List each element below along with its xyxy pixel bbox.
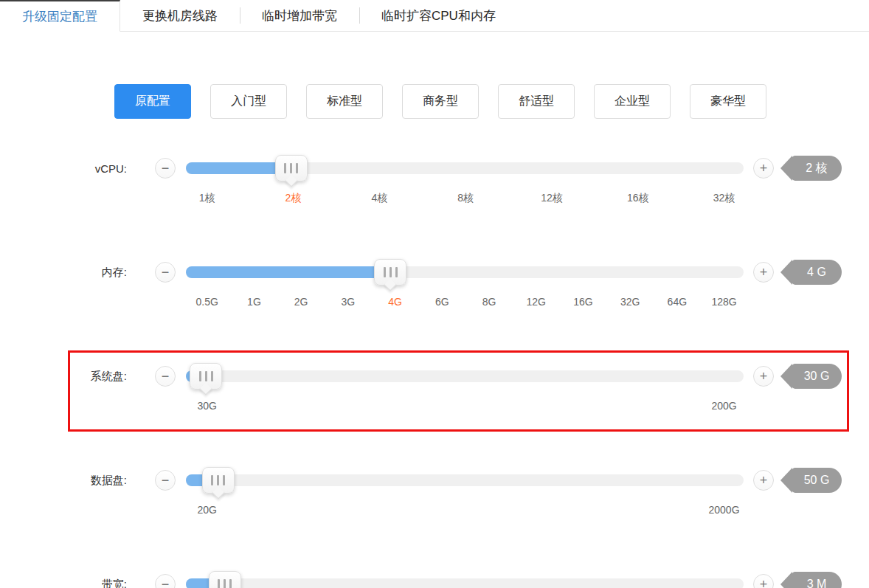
slider-row-system-disk: 系统盘: − 30G200G + 30 G	[0, 350, 869, 454]
slider-track[interactable]	[186, 370, 744, 382]
slider-row-memory: 内存: − 0.5G1G2G3G4G6G8G12G16G32G64G128G +…	[0, 246, 869, 350]
vcpu-value-badge: 2 核	[792, 156, 842, 181]
tick-label: 0.5G	[196, 296, 218, 308]
system-disk-increase-button[interactable]: +	[753, 366, 774, 387]
slider-row-vcpu: vCPU: − 1核2核4核8核12核16核32核 + 2 核	[0, 142, 869, 246]
tick-label: 20G	[197, 504, 216, 516]
preset-original-config[interactable]: 原配置	[114, 84, 191, 119]
data-disk-slider: 20G2000G	[186, 474, 744, 486]
preset-luxury[interactable]: 豪华型	[690, 84, 766, 119]
bandwidth-value-badge: 3 M	[792, 572, 842, 588]
bandwidth-decrease-button[interactable]: −	[155, 574, 176, 588]
slider-handle[interactable]	[275, 155, 308, 181]
slider-rows: vCPU: − 1核2核4核8核12核16核32核 + 2 核 内存: −	[0, 142, 869, 588]
tick-label: 2G	[294, 296, 308, 308]
slider-handle[interactable]	[374, 259, 406, 286]
tick-labels: 20G2000G	[186, 504, 744, 517]
tick-label: 8G	[482, 296, 496, 308]
preset-entry[interactable]: 入门型	[210, 84, 287, 119]
tick-label: 2000G	[709, 504, 740, 516]
preset-business[interactable]: 商务型	[402, 84, 479, 119]
vcpu-increase-button[interactable]: +	[753, 158, 774, 179]
tick-label: 30G	[197, 400, 216, 412]
slider-fill	[186, 266, 390, 278]
slider-handle[interactable]	[202, 467, 235, 494]
tick-label: 16核	[627, 192, 649, 205]
system-disk-slider: 30G200G	[186, 370, 744, 382]
tick-labels: 1核2核4核8核12核16核32核	[186, 192, 744, 205]
data-disk-decrease-button[interactable]: −	[155, 470, 176, 491]
vcpu-slider: 1核2核4核8核12核16核32核	[186, 162, 744, 174]
tick-label: 16G	[573, 296, 592, 308]
slider-row-bandwidth: 带宽: − 1M50M + 3 M	[0, 558, 869, 588]
bandwidth-increase-button[interactable]: +	[753, 574, 774, 588]
memory-value-badge: 4 G	[792, 260, 842, 285]
tab-bar: 升级固定配置 更换机房线路 临时增加带宽 临时扩容CPU和内存	[0, 0, 869, 32]
tick-label: 32核	[713, 192, 735, 205]
tick-labels: 30G200G	[186, 400, 744, 413]
data-disk-value-badge: 50 G	[792, 468, 842, 493]
memory-decrease-button[interactable]: −	[155, 262, 176, 283]
grip-icon	[284, 163, 286, 173]
grip-icon	[199, 371, 201, 381]
grip-icon	[211, 475, 213, 485]
tick-label: 200G	[711, 400, 736, 412]
bandwidth-slider: 1M50M	[186, 578, 744, 588]
system-disk-decrease-button[interactable]: −	[155, 366, 176, 387]
tab-change-datacenter-line[interactable]: 更换机房线路	[120, 0, 240, 31]
slider-handle[interactable]	[190, 363, 222, 390]
tick-labels: 0.5G1G2G3G4G6G8G12G16G32G64G128G	[186, 296, 744, 309]
grip-icon	[218, 579, 220, 588]
system-disk-label: 系统盘:	[0, 370, 127, 384]
memory-increase-button[interactable]: +	[753, 262, 774, 283]
tab-temp-expand-cpu-memory[interactable]: 临时扩容CPU和内存	[359, 0, 518, 31]
tick-label: 3G	[342, 296, 356, 308]
slider-handle[interactable]	[209, 571, 241, 588]
memory-label: 内存:	[0, 266, 127, 280]
tick-label: 2核	[285, 192, 302, 205]
tab-temp-increase-bandwidth[interactable]: 临时增加带宽	[240, 0, 359, 31]
bandwidth-label: 带宽:	[0, 578, 127, 588]
tick-label: 1G	[247, 296, 261, 308]
slider-track[interactable]	[186, 474, 744, 486]
system-disk-value-badge: 30 G	[792, 364, 842, 389]
tick-label: 12核	[541, 192, 563, 205]
tick-label: 32G	[620, 296, 640, 308]
data-disk-label: 数据盘:	[0, 474, 127, 488]
preset-comfort[interactable]: 舒适型	[498, 84, 575, 119]
vcpu-decrease-button[interactable]: −	[155, 158, 176, 179]
tab-upgrade-fixed-config[interactable]: 升级固定配置	[0, 0, 120, 32]
preset-standard[interactable]: 标准型	[306, 84, 383, 119]
tick-label: 8核	[457, 192, 474, 205]
grip-icon	[384, 267, 386, 277]
tick-label: 128G	[711, 296, 736, 308]
vcpu-label: vCPU:	[0, 162, 127, 175]
data-disk-increase-button[interactable]: +	[753, 470, 774, 491]
tick-label: 6G	[435, 296, 449, 308]
preset-enterprise[interactable]: 企业型	[594, 84, 671, 119]
slider-row-data-disk: 数据盘: − 20G2000G + 50 G	[0, 454, 869, 558]
tick-label: 4核	[371, 192, 387, 205]
memory-slider: 0.5G1G2G3G4G6G8G12G16G32G64G128G	[186, 266, 744, 278]
preset-button-group: 原配置 入门型 标准型 商务型 舒适型 企业型 豪华型	[114, 84, 869, 119]
slider-track[interactable]	[186, 578, 744, 588]
upgrade-config-page: 升级固定配置 更换机房线路 临时增加带宽 临时扩容CPU和内存 原配置 入门型 …	[0, 0, 869, 588]
tick-label: 12G	[526, 296, 545, 308]
tick-label: 64G	[668, 296, 687, 308]
tick-label: 4G	[388, 296, 402, 308]
tick-label: 1核	[199, 192, 215, 205]
